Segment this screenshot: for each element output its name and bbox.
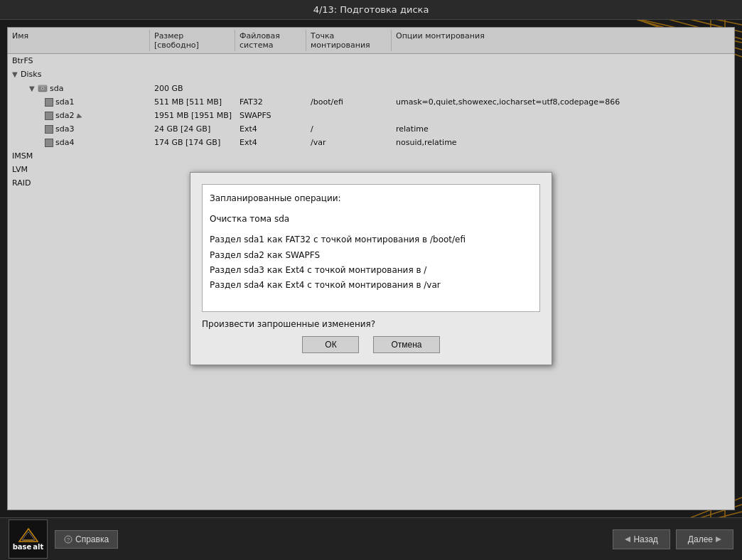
logo: base alt — [9, 519, 48, 559]
op-line-4: Раздел sda4 как Ext4 с точкой монтирован… — [210, 279, 532, 292]
svg-marker-25 — [19, 529, 38, 542]
next-button[interactable]: Далее — [676, 529, 733, 549]
operations-main-title: Очистка тома sda — [210, 214, 289, 224]
main-panel: Имя Размер [свободно] Файловая система Т… — [7, 27, 735, 510]
dialog-title-label: Запланированные операции: — [210, 193, 341, 203]
back-icon — [625, 536, 630, 543]
operations-title: Запланированные операции: — [210, 192, 532, 205]
op-line-2: Раздел sda2 как SWAPFS — [210, 249, 532, 262]
svg-text:?: ? — [67, 537, 70, 543]
bottom-right: Назад Далее — [613, 529, 733, 549]
svg-marker-31 — [716, 537, 721, 542]
clear-operation: Очистка тома sda — [210, 212, 532, 226]
bottom-bar: base alt ? Справка Назад — [0, 517, 742, 560]
dialog-buttons: ОК Отмена — [202, 336, 540, 353]
bottom-left: base alt ? Справка — [9, 519, 118, 559]
logo-text-alt: alt — [33, 543, 43, 551]
svg-marker-30 — [625, 537, 630, 542]
dialog-question: Произвести запрошенные изменения? — [202, 319, 540, 329]
help-button[interactable]: ? Справка — [55, 530, 118, 549]
next-label: Далее — [688, 534, 713, 544]
ok-button[interactable]: ОК — [302, 336, 359, 353]
title-bar: 4/13: Подготовка диска — [0, 0, 742, 20]
logo-image — [18, 527, 39, 543]
operations-text-area: Запланированные операции: Очистка тома s… — [202, 184, 540, 312]
op-line-1: Раздел sda1 как FAT32 с точкой монтирова… — [210, 233, 532, 247]
help-icon: ? — [64, 535, 72, 544]
logo-text-base: base — [13, 543, 32, 551]
confirmation-dialog: Запланированные операции: Очистка тома s… — [190, 172, 552, 365]
back-button[interactable]: Назад — [613, 529, 670, 549]
cancel-button[interactable]: Отмена — [373, 336, 439, 353]
window-title: 4/13: Подготовка диска — [313, 4, 429, 15]
op-line-3: Раздел sda3 как Ext4 с точкой монтирован… — [210, 264, 532, 277]
help-label: Справка — [75, 534, 109, 544]
dialog-overlay: Запланированные операции: Очистка тома s… — [8, 28, 734, 510]
next-icon — [716, 536, 721, 543]
back-label: Назад — [633, 534, 657, 544]
